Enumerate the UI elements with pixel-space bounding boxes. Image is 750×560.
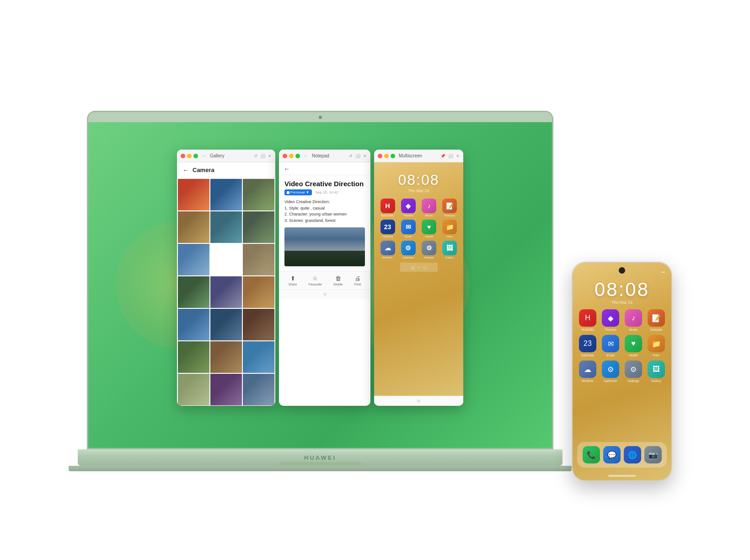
phone-nav-back[interactable]: ◁ [409,264,416,270]
gallery-close-btn[interactable] [181,154,185,158]
gallery-min-btn[interactable] [187,154,192,158]
multiscreen-nav-bar: ▽ [374,396,463,406]
gallery-thumb-4[interactable] [210,211,242,243]
notepad-max-btn[interactable] [295,154,300,158]
multiscreen-app-4[interactable]: 23Calendar [379,220,396,238]
notepad-print-tool[interactable]: 🖨 Print [354,275,361,286]
multiscreen-close-icon[interactable]: ✕ [456,154,460,158]
gallery-thumb-19[interactable] [210,374,242,405]
laptop-base: HUAWEI [78,449,562,466]
multiscreen-close-btn[interactable] [378,154,382,158]
notepad-close-icon[interactable]: ✕ [363,154,367,158]
gallery-thumb-9[interactable] [178,276,209,308]
laptop-camera-dot [319,116,322,119]
gallery-close-icon[interactable]: ✕ [268,154,272,158]
multiscreen-app-10[interactable]: ⚙Settings [420,241,438,259]
gallery-thumb-1[interactable] [210,179,242,210]
notepad-share-tool[interactable]: ⬆ Share [289,275,297,286]
notepad-image-sky [284,227,365,251]
gallery-thumb-5[interactable] [243,211,274,243]
phone-app-label-11: Gallery [651,379,661,382]
notepad-back-arrow-btn[interactable]: ← [284,165,290,172]
gallery-back-arrow[interactable]: ← [202,153,206,158]
multiscreen-app-icon-5: ✉ [401,220,416,234]
multiscreen-restore-icon: ⬜ [448,154,453,158]
phone-app-10[interactable]: ⚙Settings [624,361,643,382]
multiscreen-app-icon-3: 📝 [442,199,457,213]
gallery-thumb-13[interactable] [210,309,242,340]
phone-app-label-5: Email [606,354,615,357]
phone-app-5[interactable]: ✉Email [601,335,620,357]
phone-app-icon-8: ☁ [579,361,596,378]
notepad-line2: 1. Style: quite , casual [284,205,365,212]
phone-app-4[interactable]: 23Calendar [578,335,597,357]
phone-app-6[interactable]: ♥Health [624,335,643,357]
gallery-thumb-12[interactable] [178,309,209,340]
app-windows-container: ← Gallery ↺ ⬜ ✕ ← Camera [88,122,552,448]
multiscreen-app-label-5: Email [405,235,412,238]
phone-nav-recent[interactable]: □ [422,264,429,270]
multiscreen-app-0[interactable]: HAppGallery [379,199,396,217]
gallery-thumb-7[interactable] [210,244,242,275]
multiscreen-app-5[interactable]: ✉Email [399,220,417,238]
notepad-favourite-tool[interactable]: ☆ Favourite [309,275,322,286]
multiscreen-app-11[interactable]: 🖼Gallery [441,241,459,259]
multiscreen-app-9[interactable]: ⚙Optimizer [399,241,417,259]
notepad-close-btn[interactable] [283,154,287,158]
gallery-thumb-18[interactable] [178,374,209,405]
multiscreen-app-icon-10: ⚙ [422,241,436,255]
phone-app-1[interactable]: ◆Themes [601,309,620,331]
multiscreen-min-btn[interactable] [384,154,389,158]
multiscreen-app-3[interactable]: 📝Notepad [441,199,459,217]
gallery-thumb-14[interactable] [243,309,274,340]
phone-app-2[interactable]: ♪Music [624,309,643,331]
phone-app-0[interactable]: HHUAWEI [578,309,597,331]
gallery-thumb-10[interactable] [210,276,242,308]
phone-app-3[interactable]: 📝Notepad [647,309,666,331]
multiscreen-app-label-3: Notepad [445,214,455,217]
phone-app-label-3: Notepad [650,328,662,331]
gallery-thumb-2[interactable] [243,179,274,210]
notepad-nav: ← [304,153,308,158]
phone-app-8[interactable]: ☁Weather [578,361,597,382]
notepad-back-arrow[interactable]: ← [304,153,308,158]
phone-app-icon-2: ♪ [625,309,642,327]
phone-app-11[interactable]: 🖼Gallery [647,361,666,382]
phone-dock-app-1[interactable]: 💬 [603,446,621,463]
multiscreen-app-8[interactable]: ☁Weather [379,241,396,259]
gallery-thumb-11[interactable] [243,276,274,308]
phone-dock-app-2[interactable]: 🌐 [624,446,641,463]
phone-app-7[interactable]: 📁Files [647,335,666,357]
multiscreen-window-title: Multiscreen [399,153,422,158]
multiscreen-app-6[interactable]: ♥Health [420,220,438,238]
gallery-back-bar: ← Camera [177,162,275,178]
phone-nav-home[interactable]: ○ [416,264,422,270]
multiscreen-app-label-7: Files [447,235,453,238]
gallery-thumb-16[interactable] [210,341,242,373]
phone-screen: ▪▪▪ 08:08 Thu Mar 23 HHUAWEI◆Themes♪Musi… [573,263,671,480]
gallery-grid [177,178,275,406]
multiscreen-app-1[interactable]: ◆Themes [399,199,417,217]
notepad-min-btn[interactable] [289,154,294,158]
notepad-delete-tool[interactable]: 🗑 Delete [333,275,343,286]
notepad-nav-triangle: ▽ [323,292,327,297]
gallery-thumb-15[interactable] [178,341,209,373]
phone-dock-app-0[interactable]: 📞 [583,446,600,463]
gallery-thumb-8[interactable] [243,244,274,275]
multiscreen-app-7[interactable]: 📁Files [441,220,459,238]
multiscreen-max-btn[interactable] [391,154,395,158]
phone-app-icon-7: 📁 [648,335,665,352]
scene: ← Gallery ↺ ⬜ ✕ ← Camera [55,51,695,509]
gallery-reload-icon: ↺ [254,154,257,158]
phone-dock-app-3[interactable]: 📷 [644,446,662,463]
multiscreen-app-2[interactable]: ♪Music [420,199,438,217]
gallery-thumb-20[interactable] [243,374,274,405]
gallery-thumb-0[interactable] [178,179,209,210]
gallery-max-btn[interactable] [193,154,198,158]
gallery-thumb-17[interactable] [243,341,274,373]
gallery-camera-back[interactable]: ← [182,167,189,174]
gallery-thumb-6[interactable] [178,244,209,275]
phone-app-9[interactable]: ⚙Optimizer [601,361,620,382]
gallery-thumb-3[interactable] [178,211,209,243]
laptop-camera-bar [88,112,552,122]
